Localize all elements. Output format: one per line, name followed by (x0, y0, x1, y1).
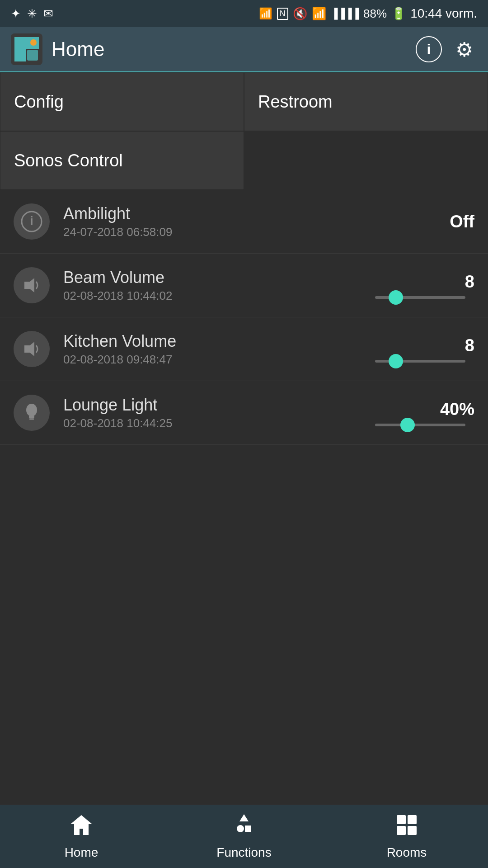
svg-rect-1 (27, 50, 38, 61)
alarm-icon: ✦ (11, 7, 21, 21)
nav-item-home[interactable]: Home (0, 813, 163, 860)
lounge-light-name: Lounge Light (63, 396, 366, 415)
device-item-beam-volume[interactable]: Beam Volume 02-08-2018 10:44:02 8 (0, 254, 488, 317)
nav-rooms-label: Rooms (387, 845, 427, 860)
svg-rect-17 (408, 826, 417, 835)
device-item-kitchen-volume[interactable]: Kitchen Volume 02-08-2018 09:48:47 8 (0, 317, 488, 381)
beam-volume-slider[interactable] (375, 296, 474, 299)
lounge-light-info: Lounge Light 02-08-2018 10:44:25 (63, 396, 366, 430)
ambilight-timestamp: 24-07-2018 06:58:09 (63, 225, 366, 239)
header: Home i ⚙ (0, 27, 488, 72)
lounge-light-value-section: 40% (366, 400, 474, 426)
device-list: i Ambilight 24-07-2018 06:58:09 Off Beam… (0, 190, 488, 805)
lounge-light-track (375, 424, 465, 426)
nav-home-label: Home (65, 845, 99, 860)
room-buttons-grid: Config Restroom Sonos Control (0, 72, 488, 190)
kitchen-volume-value: 8 (465, 336, 474, 355)
restroom-button[interactable]: Restroom (244, 72, 488, 131)
svg-marker-11 (239, 814, 249, 821)
kitchen-volume-thumb[interactable] (389, 354, 403, 368)
kitchen-volume-icon-circle (14, 331, 50, 367)
kitchen-volume-slider[interactable] (375, 360, 474, 363)
bottom-nav: Home Functions Rooms (0, 805, 488, 868)
svg-marker-5 (24, 278, 34, 292)
svg-rect-15 (408, 815, 417, 824)
svg-point-2 (30, 39, 37, 46)
lounge-light-timestamp: 02-08-2018 10:44:25 (63, 416, 366, 430)
ambilight-name: Ambilight (63, 204, 366, 223)
ambilight-icon-circle: i (14, 203, 50, 240)
svg-point-7 (26, 404, 37, 416)
bluetooth-icon: 📶 (259, 7, 272, 20)
kitchen-volume-name: Kitchen Volume (63, 332, 366, 351)
svg-rect-13 (245, 826, 251, 832)
status-icons: ✦ ✳ ✉ (11, 7, 53, 21)
bulb-icon (21, 402, 42, 424)
kitchen-volume-value-section: 8 (366, 336, 474, 363)
rooms-icon (395, 813, 418, 842)
device-item-ambilight[interactable]: i Ambilight 24-07-2018 06:58:09 Off (0, 190, 488, 254)
clock: 10:44 vorm. (410, 6, 477, 21)
app-logo (11, 33, 42, 65)
device-item-lounge-light[interactable]: Lounge Light 02-08-2018 10:44:25 40% (0, 381, 488, 445)
home-icon (70, 813, 93, 842)
lounge-light-value: 40% (440, 400, 474, 419)
config-button[interactable]: Config (0, 72, 244, 131)
lounge-light-thumb[interactable] (400, 418, 415, 432)
mute-icon: 🔇 (293, 7, 307, 21)
beam-volume-value-section: 8 (366, 272, 474, 299)
ambilight-value: Off (450, 212, 474, 231)
status-bar: ✦ ✳ ✉ 📶 N 🔇 📶 ▐▐▐▐ 88% 🔋 10:44 vorm. (0, 0, 488, 27)
status-right: 📶 N 🔇 📶 ▐▐▐▐ 88% 🔋 10:44 vorm. (259, 6, 477, 21)
svg-rect-14 (397, 815, 406, 824)
svg-marker-6 (24, 342, 34, 356)
settings-button[interactable]: ⚙ (451, 36, 477, 62)
info-icon: i (21, 211, 42, 232)
beam-volume-timestamp: 02-08-2018 10:44:02 (63, 289, 366, 303)
nav-functions-label: Functions (216, 845, 271, 860)
mail-icon: ✉ (43, 7, 53, 21)
nfc-icon: N (277, 8, 288, 20)
asterisk-icon: ✳ (27, 7, 37, 21)
beam-volume-name: Beam Volume (63, 268, 366, 287)
wifi-icon: 📶 (312, 7, 326, 21)
lounge-light-icon-circle (14, 395, 50, 431)
ambilight-info: Ambilight 24-07-2018 06:58:09 (63, 204, 366, 239)
svg-rect-8 (29, 415, 34, 418)
svg-rect-9 (29, 418, 34, 420)
page-title: Home (52, 38, 407, 61)
functions-icon (232, 813, 256, 842)
battery-percent: 88% (363, 7, 387, 21)
svg-marker-10 (70, 815, 92, 835)
beam-volume-thumb[interactable] (389, 290, 403, 305)
kitchen-volume-info: Kitchen Volume 02-08-2018 09:48:47 (63, 332, 366, 367)
nav-item-rooms[interactable]: Rooms (325, 813, 488, 860)
beam-volume-info: Beam Volume 02-08-2018 10:44:02 (63, 268, 366, 303)
kitchen-volume-timestamp: 02-08-2018 09:48:47 (63, 353, 366, 367)
svg-point-12 (237, 825, 244, 832)
beam-volume-track (375, 296, 465, 299)
signal-icon: ▐▐▐▐ (331, 8, 359, 19)
volume-icon (21, 274, 42, 296)
svg-text:i: i (30, 214, 33, 228)
lounge-light-slider[interactable] (375, 424, 474, 426)
ambilight-value-section: Off (366, 212, 474, 231)
nav-item-functions[interactable]: Functions (163, 813, 325, 860)
header-actions: i ⚙ (416, 36, 477, 62)
battery-icon: 🔋 (391, 7, 406, 21)
info-icon: i (427, 41, 431, 58)
beam-volume-value: 8 (465, 272, 474, 292)
beam-volume-icon-circle (14, 267, 50, 303)
gear-icon: ⚙ (455, 38, 473, 61)
info-button[interactable]: i (416, 36, 442, 62)
kitchen-volume-track (375, 360, 465, 363)
sonos-control-button[interactable]: Sonos Control (0, 131, 244, 190)
volume-icon (21, 338, 42, 360)
svg-rect-16 (397, 826, 406, 835)
